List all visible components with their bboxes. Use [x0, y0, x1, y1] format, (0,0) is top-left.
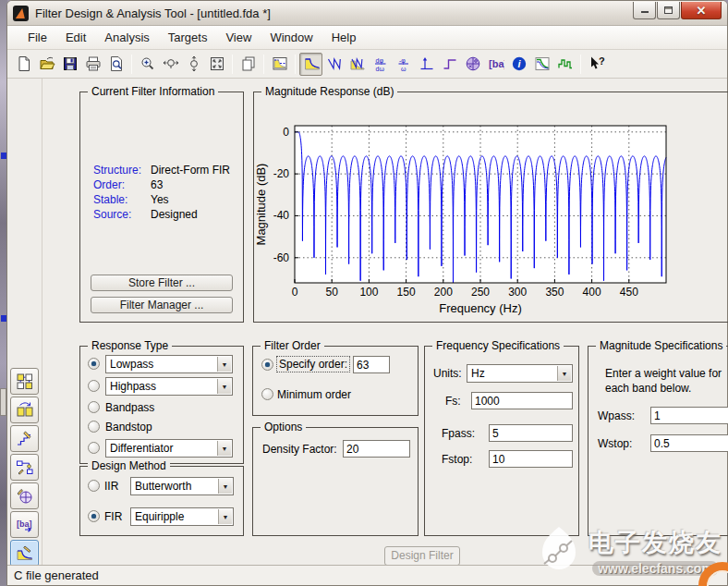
magnitude-specifications-group: Magnitude Specifications Enter a weight …: [588, 346, 728, 536]
wstop-label: Wstop:: [598, 437, 632, 450]
radio-highpass[interactable]: [88, 380, 100, 392]
pole-zero-plot-icon[interactable]: [461, 53, 484, 76]
svg-text:?: ?: [599, 55, 605, 67]
magnitude-and-phase-icon[interactable]: [346, 53, 369, 76]
weight-note-line1: Enter a weight value for: [605, 367, 722, 380]
menu-help[interactable]: Help: [322, 27, 366, 48]
set-quantization-parameters-icon[interactable]: [10, 425, 39, 452]
magnitude-response-icon[interactable]: [299, 53, 322, 76]
filter-specifications-icon[interactable]: [268, 53, 291, 76]
menu-file[interactable]: File: [18, 27, 56, 48]
svg-text:-60: -60: [273, 251, 290, 264]
filter-information-icon[interactable]: i: [507, 53, 530, 76]
lowpass-dropdown[interactable]: Lowpass▼: [105, 355, 233, 373]
chevron-down-icon: ▼: [217, 357, 231, 372]
menubar: File Edit Analysis Targets View Window H…: [7, 26, 727, 50]
radio-iir[interactable]: [88, 480, 100, 492]
order-value: 63: [151, 177, 163, 192]
phase-delay-icon[interactable]: -φω: [392, 53, 415, 76]
save-icon[interactable]: [58, 53, 81, 76]
close-button[interactable]: ✕: [681, 2, 722, 19]
highpass-dropdown[interactable]: Highpass▼: [105, 377, 233, 396]
fstop-input[interactable]: [489, 450, 573, 468]
group-title: Filter Order: [261, 339, 324, 352]
restore-button[interactable]: [657, 2, 680, 19]
statusbar: C file generated: [7, 565, 727, 585]
design-filter-panel-icon[interactable]: [10, 540, 39, 567]
radio-specify-order[interactable]: [261, 359, 273, 371]
realize-model-icon[interactable]: [10, 454, 39, 481]
wpass-label: Wpass:: [598, 409, 635, 422]
copy-icon[interactable]: [237, 53, 260, 76]
menu-edit[interactable]: Edit: [56, 27, 95, 48]
differentiator-dropdown[interactable]: Differentiator▼: [105, 439, 233, 458]
radio-bandpass[interactable]: [88, 401, 100, 413]
radio-bandstop[interactable]: [88, 421, 100, 433]
menu-analysis[interactable]: Analysis: [95, 27, 158, 48]
filter-manager-button[interactable]: Filter Manager ...: [91, 297, 233, 313]
filter-coefficients-icon[interactable]: [ba]: [484, 53, 507, 76]
new-file-icon[interactable]: [12, 53, 35, 76]
units-dropdown[interactable]: Hz▼: [467, 364, 573, 383]
toolbar-separator: [295, 55, 296, 74]
fs-label: Fs:: [445, 395, 461, 408]
menu-view[interactable]: View: [216, 27, 261, 48]
group-delay-icon[interactable]: dφdω: [369, 53, 392, 76]
pole-zero-editor-icon[interactable]: [10, 482, 39, 509]
radio-differentiator[interactable]: [88, 442, 100, 454]
content-area: [ba] Current Filter Information Structur…: [7, 79, 727, 565]
svg-text:Frequency (Hz): Frequency (Hz): [439, 301, 522, 315]
zoom-in-icon[interactable]: [136, 53, 159, 76]
minimize-button[interactable]: [633, 2, 656, 19]
menu-targets[interactable]: Targets: [159, 27, 217, 48]
zoom-y-icon[interactable]: [182, 53, 205, 76]
context-help-icon[interactable]: ?: [585, 53, 608, 76]
source-label: Source:: [93, 207, 151, 222]
wpass-input[interactable]: [650, 407, 728, 424]
radio-minimum-order[interactable]: [261, 388, 273, 400]
store-filter-button[interactable]: Store Filter ...: [91, 275, 233, 291]
radio-lowpass[interactable]: [88, 358, 100, 370]
magnitude-response-estimate-icon[interactable]: [530, 53, 553, 76]
print-icon[interactable]: [81, 53, 104, 76]
create-multirate-filter-icon[interactable]: [10, 368, 39, 395]
group-title: Magnitude Specifications: [596, 339, 726, 352]
svg-text:dφ: dφ: [375, 57, 383, 65]
fs-input[interactable]: [471, 392, 573, 409]
toolbar-separator: [580, 55, 581, 74]
phase-response-icon[interactable]: [322, 53, 346, 76]
svg-text:dω: dω: [375, 66, 384, 72]
round-off-noise-power-spectrum-icon[interactable]: [553, 53, 576, 76]
titlebar: Filter Design & Analysis Tool - [untitle…: [7, 1, 727, 26]
step-response-icon[interactable]: [438, 53, 461, 76]
zoom-x-icon[interactable]: [159, 53, 182, 76]
print-preview-icon[interactable]: [104, 53, 127, 76]
toolbar: dφdω -φω [ba] i ?: [7, 50, 727, 79]
full-view-icon[interactable]: [205, 53, 228, 76]
units-label: Units:: [433, 367, 462, 380]
sidebar: [ba]: [7, 79, 42, 565]
import-filter-icon[interactable]: [ba]: [10, 511, 39, 538]
fir-method-dropdown[interactable]: Equiripple▼: [130, 507, 234, 526]
current-filter-info-group: Current Filter Information Structure:Dir…: [79, 92, 244, 323]
density-factor-input[interactable]: [343, 440, 410, 458]
fstop-label: Fstop:: [442, 453, 472, 466]
specify-order-input[interactable]: [353, 356, 390, 373]
group-title: Frequency Specifications: [432, 339, 564, 352]
design-filter-button[interactable]: Design Filter: [384, 546, 460, 566]
open-file-icon[interactable]: [35, 53, 58, 76]
specify-order-label: Specify order:: [277, 357, 349, 372]
transform-filter-icon[interactable]: [10, 397, 39, 423]
impulse-response-icon[interactable]: [415, 53, 438, 76]
frequency-specifications-group: Frequency Specifications Units: Hz▼ Fs: …: [424, 346, 579, 536]
wstop-input[interactable]: [650, 434, 728, 452]
fpass-input[interactable]: [489, 424, 573, 442]
iir-method-dropdown[interactable]: Butterworth▼: [130, 477, 234, 495]
chevron-down-icon: ▼: [218, 479, 232, 494]
menu-window[interactable]: Window: [261, 27, 322, 48]
toolbar-separator: [263, 55, 264, 74]
svg-text:[ba]: [ba]: [17, 519, 32, 529]
radio-fir[interactable]: [88, 510, 100, 522]
density-factor-label: Density Factor:: [262, 443, 337, 456]
fir-label: FIR: [104, 510, 122, 523]
